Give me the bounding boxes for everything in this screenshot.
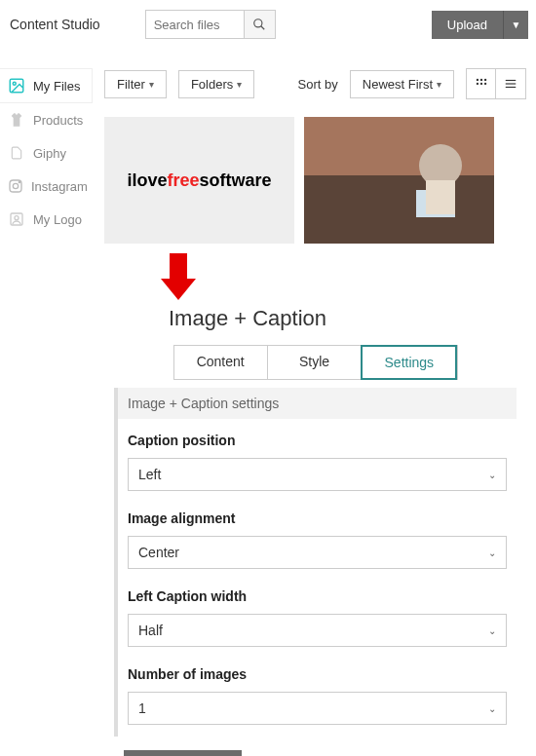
- svg-rect-18: [304, 117, 494, 175]
- search-input[interactable]: [146, 11, 244, 38]
- sidebar-item-label: Products: [33, 113, 83, 128]
- sort-by-label: Sort by: [298, 77, 338, 92]
- chevron-down-icon: ▾: [149, 79, 154, 90]
- select-value: Half: [138, 623, 163, 638]
- search-button[interactable]: [244, 11, 275, 38]
- tab-style[interactable]: Style: [268, 346, 362, 379]
- chevron-down-icon: ⌄: [488, 625, 496, 636]
- search-icon: [252, 18, 266, 31]
- svg-point-13: [479, 83, 481, 85]
- toolbar: Filter▾ Folders▾ Sort by Newest First▾: [104, 68, 526, 99]
- settings-panel-header: Image + Caption settings: [114, 388, 517, 419]
- file-icon: [8, 144, 25, 162]
- select-left-caption-width[interactable]: Half ⌄: [128, 614, 507, 647]
- sort-select[interactable]: Newest First▾: [350, 70, 454, 98]
- sidebar-item-giphy[interactable]: Giphy: [0, 136, 93, 170]
- tab-content[interactable]: Content: [174, 346, 268, 379]
- sidebar-item-label: My Logo: [33, 212, 82, 227]
- svg-point-0: [254, 19, 262, 27]
- select-caption-position[interactable]: Left ⌄: [128, 458, 507, 491]
- tabs: Content Style Settings: [173, 345, 458, 380]
- footer: Save & Close We'll autosave every 20 sec…: [114, 737, 517, 756]
- chevron-down-icon: ⌄: [488, 703, 496, 714]
- arrow-annotation: [161, 253, 196, 300]
- button-label: Folders: [191, 77, 233, 92]
- upload-button[interactable]: Upload: [432, 11, 503, 39]
- filter-button[interactable]: Filter▾: [104, 70, 167, 98]
- shirt-icon: [8, 111, 25, 129]
- svg-point-10: [479, 79, 481, 81]
- section-title: Image + Caption: [169, 306, 526, 331]
- svg-point-12: [476, 83, 478, 85]
- tab-settings[interactable]: Settings: [361, 345, 457, 380]
- chevron-down-icon: ⌄: [488, 548, 496, 558]
- chevron-down-icon: ▾: [237, 79, 242, 90]
- sidebar-item-label: Instagram: [31, 179, 88, 194]
- select-value: Center: [138, 545, 179, 560]
- settings-panel: Caption position Left ⌄ Image alignment …: [114, 419, 517, 737]
- thumbnail-item[interactable]: [304, 117, 494, 244]
- select-image-alignment[interactable]: Center ⌄: [128, 536, 507, 569]
- svg-point-5: [13, 183, 18, 188]
- save-close-button[interactable]: Save & Close: [124, 750, 242, 756]
- svg-rect-19: [304, 175, 494, 244]
- view-toggle: [466, 68, 526, 99]
- chevron-down-icon: ⌄: [488, 470, 496, 480]
- chevron-down-icon: ▼: [512, 19, 521, 30]
- instagram-icon: [8, 177, 23, 195]
- thumbnails-row: ilovefreesoftware: [104, 117, 526, 244]
- logo-text: ilovefreesoftware: [127, 170, 271, 191]
- select-value: 1: [138, 700, 146, 716]
- button-label: Filter: [117, 77, 145, 92]
- list-icon: [504, 77, 517, 91]
- svg-rect-22: [426, 180, 455, 214]
- sidebar-item-label: Giphy: [33, 146, 66, 161]
- sidebar-item-my-logo[interactable]: My Logo: [0, 203, 93, 236]
- svg-point-9: [476, 79, 478, 81]
- svg-point-11: [483, 79, 485, 81]
- upload-dropdown-button[interactable]: ▼: [503, 11, 528, 39]
- svg-line-1: [261, 26, 265, 30]
- svg-point-6: [19, 181, 19, 182]
- svg-point-8: [15, 216, 19, 220]
- grid-icon: [475, 77, 488, 91]
- svg-point-3: [13, 82, 16, 85]
- field-label-number-of-images: Number of images: [128, 666, 507, 682]
- photo-placeholder: [304, 117, 494, 244]
- image-icon: [8, 77, 25, 94]
- arrow-head-icon: [161, 279, 196, 300]
- chevron-down-icon: ▾: [437, 79, 441, 90]
- folders-button[interactable]: Folders▾: [178, 70, 254, 98]
- upload-group: Upload ▼: [432, 11, 528, 39]
- sidebar: My Files Products Giphy Instagram My Log…: [0, 49, 93, 756]
- sidebar-item-label: My Files: [33, 79, 80, 94]
- person-icon: [8, 210, 25, 228]
- list-view-button[interactable]: [496, 69, 525, 98]
- field-label-caption-position: Caption position: [128, 433, 507, 448]
- select-value: Left: [138, 467, 161, 482]
- select-number-of-images[interactable]: 1 ⌄: [128, 692, 507, 725]
- app-title: Content Studio: [4, 17, 106, 32]
- sidebar-item-my-files[interactable]: My Files: [0, 68, 93, 103]
- svg-point-14: [483, 83, 485, 85]
- sidebar-item-products[interactable]: Products: [0, 103, 93, 136]
- field-label-left-caption-width: Left Caption width: [128, 588, 507, 604]
- grid-view-button[interactable]: [467, 69, 496, 98]
- thumbnail-item[interactable]: ilovefreesoftware: [104, 117, 294, 244]
- button-label: Newest First: [363, 77, 433, 92]
- search-container: [145, 10, 276, 39]
- arrow-body-icon: [170, 253, 187, 279]
- sidebar-item-instagram[interactable]: Instagram: [0, 170, 93, 203]
- field-label-image-alignment: Image alignment: [128, 510, 507, 526]
